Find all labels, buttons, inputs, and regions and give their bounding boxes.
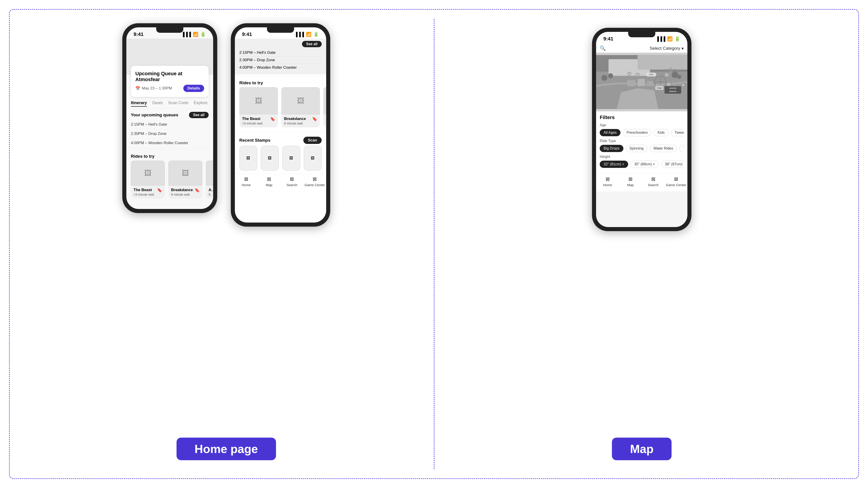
nav-game-label-map: Game Center xyxy=(666,183,686,187)
rides-section-header-wire: Rides to try xyxy=(126,151,213,161)
search-icon-map[interactable]: 🔍 xyxy=(600,45,606,51)
outer-container: 9:41 ▐▐▐ 📶 🔋 Upcoming Queue at Atmosfear xyxy=(9,9,859,479)
ride-chip-spinning[interactable]: Spinning xyxy=(626,145,647,152)
ride-img-extra-detail: 🖼 xyxy=(323,87,326,114)
height-chip-32[interactable]: 32" (81cm) + xyxy=(600,161,628,168)
ride-card-break-wire[interactable]: 🖼 Breakdance 8 minute wait 🔖 xyxy=(168,161,202,199)
status-time-2: 9:41 xyxy=(242,31,252,37)
map-icon-map: ⊠ xyxy=(628,176,632,182)
nav-search-label-map: Search xyxy=(648,183,659,187)
wifi-icon: 📶 xyxy=(193,32,198,37)
scan-button[interactable]: Scan xyxy=(303,137,322,144)
tab-scan-code[interactable]: Scan Code xyxy=(168,101,188,107)
ride-name-break-detail: Breakdance xyxy=(284,117,306,121)
height-chip-35[interactable]: 35" (89cm) + xyxy=(630,161,659,168)
image-placeholder-icon-2: 🖼 xyxy=(182,169,189,177)
tab-itinerary[interactable]: Itinerary xyxy=(131,101,147,107)
height-label: Height xyxy=(600,155,684,159)
see-all-queues-button[interactable]: See all xyxy=(189,112,209,118)
details-button[interactable]: Details xyxy=(183,85,204,92)
nav-game-map[interactable]: ⊠ Game Center xyxy=(664,176,687,187)
svg-point-7 xyxy=(677,75,681,79)
stamp-4: 🖼 xyxy=(304,146,322,170)
svg-text:MANSION: MANSION xyxy=(670,91,677,92)
nav-map-map[interactable]: ⊠ Map xyxy=(619,176,642,187)
nav-search-map[interactable]: ⊠ Search xyxy=(642,176,664,187)
ride-card-extra-detail[interactable]: 🖼 A… 5… xyxy=(323,87,326,127)
image-icon-break: 🖼 xyxy=(297,97,304,105)
stamp-img-icon-4: 🖼 xyxy=(311,156,314,160)
detail-queue-3: 4:00PM – Wooden Roller Coaster xyxy=(239,64,322,71)
ride-chip-water-rides[interactable]: Water Rides xyxy=(650,145,677,152)
ride-img-break-detail: 🖼 xyxy=(281,87,320,114)
queues-title: Your upcoming queues xyxy=(131,112,178,118)
ride-text-beast-wire: The Beast >3 minute wait xyxy=(133,188,154,196)
nav-home-detail[interactable]: ⊠ Home xyxy=(235,176,258,187)
ride-text-break-detail: Breakdance 8 minute wait xyxy=(284,117,306,125)
rides-title-detail: Rides to try xyxy=(239,80,263,86)
ride-name-beast-wire: The Beast xyxy=(133,188,154,192)
status-time-map: 9:41 xyxy=(603,36,613,42)
search-icon-detail: ⊠ xyxy=(290,176,294,182)
bookmark-icon-break-wire[interactable]: 🔖 xyxy=(195,188,199,193)
bookmark-icon-break-detail[interactable]: 🔖 xyxy=(312,117,317,122)
svg-text:HAUNTED: HAUNTED xyxy=(669,88,677,89)
tab-explore[interactable]: Explore xyxy=(194,101,208,107)
ride-info-break-wire: Breakdance 8 minute wait 🔖 xyxy=(168,186,202,199)
home-icon-map: ⊠ xyxy=(606,176,610,182)
wifi-icon-map: 📶 xyxy=(667,36,673,41)
ride-card-beast-detail[interactable]: 🖼 The Beast >3 minute wait 🔖 xyxy=(239,87,278,127)
phone-wireframe: 9:41 ▐▐▐ 📶 🔋 Upcoming Queue at Atmosfear xyxy=(122,23,217,213)
rides-scroll-detail: 🖼 The Beast >3 minute wait 🔖 xyxy=(235,87,326,131)
nav-map-label-map: Map xyxy=(627,183,633,187)
nav-map-detail[interactable]: ⊠ Map xyxy=(258,176,281,187)
detail-queue-2: 2:30PM – Drop Zone xyxy=(239,57,322,64)
chevron-down-icon: ▾ xyxy=(682,46,684,51)
ride-chip-big-drops[interactable]: Big Drops xyxy=(600,145,623,152)
nav-home-map[interactable]: ⊠ Home xyxy=(596,176,619,187)
phones-row-home: 9:41 ▐▐▐ 📶 🔋 Upcoming Queue at Atmosfear xyxy=(122,23,330,429)
phone-detail: 9:41 ▐▐▐ 📶 🔋 See all 2:15PM – Hell's Gat… xyxy=(231,23,330,227)
svg-text:26: 26 xyxy=(628,73,630,75)
bookmark-icon-beast-wire[interactable]: 🔖 xyxy=(157,188,162,193)
category-select[interactable]: Select Category ▾ xyxy=(650,46,684,51)
top-queue-section: See all 2:15PM – Hell's Gate 2:30PM – Dr… xyxy=(235,39,326,74)
age-chips: All Ages Preschoolers Kids Tweens xyxy=(600,129,684,136)
ride-chip-thrill[interactable]: Thrill R… xyxy=(679,145,684,152)
ride-card-beast-wire[interactable]: 🖼 The Beast >3 minute wait 🔖 xyxy=(131,161,165,199)
nav-search-detail[interactable]: ⊠ Search xyxy=(281,176,303,187)
notch-2 xyxy=(267,27,294,33)
ride-type-chips: Big Drops Spinning Water Rides Thrill R… xyxy=(600,145,684,152)
ride-type-label: Ride Type xyxy=(600,139,684,143)
height-chip-38[interactable]: 38" (97cm) + xyxy=(661,161,684,168)
image-placeholder-icon: 🖼 xyxy=(144,169,151,177)
status-time-1: 9:41 xyxy=(133,31,144,37)
svg-rect-10 xyxy=(647,81,653,86)
svg-rect-27 xyxy=(664,86,681,94)
signal-icon-map: ▐▐▐ xyxy=(656,36,665,41)
stamp-1: 🖼 xyxy=(239,146,257,170)
signal-icon-2: ▐▐▐ xyxy=(294,32,304,37)
filters-title: Filters xyxy=(600,115,684,121)
ride-card-break-detail[interactable]: 🖼 Breakdance 8 minute wait 🔖 xyxy=(281,87,320,127)
map-svg: ATM 26 27 23 26 HAUNTED xyxy=(596,53,687,111)
age-chip-preschoolers[interactable]: Preschoolers xyxy=(623,129,651,136)
age-chip-kids[interactable]: Kids xyxy=(654,129,669,136)
search-bar-row: 🔍 Select Category ▾ xyxy=(596,43,687,53)
stamp-2: 🖼 xyxy=(261,146,279,170)
see-all-detail-button[interactable]: See all xyxy=(302,41,322,47)
age-chip-tweens[interactable]: Tweens xyxy=(671,129,684,136)
queue-item-3: 4:00PM – Wooden Roller Coaster xyxy=(126,138,213,148)
svg-rect-9 xyxy=(638,79,645,86)
svg-text:27: 27 xyxy=(637,74,639,76)
ride-img-beast-wire: 🖼 xyxy=(131,161,165,186)
nav-home-label-detail: Home xyxy=(242,183,251,187)
bottom-nav-detail: ⊠ Home ⊠ Map ⊠ Search ⊠ xyxy=(235,174,326,191)
stamps-scroll: 🖼 🖼 🖼 🖼 xyxy=(235,146,326,174)
tab-deals[interactable]: Deals xyxy=(152,101,163,107)
age-chip-all-ages[interactable]: All Ages xyxy=(600,129,620,136)
battery-icon-map: 🔋 xyxy=(675,36,680,41)
nav-game-detail[interactable]: ⊠ Game Center xyxy=(303,176,326,187)
ride-card-extra-wire[interactable]: 🖼 A… 5… xyxy=(206,161,213,199)
bookmark-icon-beast-detail[interactable]: 🔖 xyxy=(270,117,275,122)
